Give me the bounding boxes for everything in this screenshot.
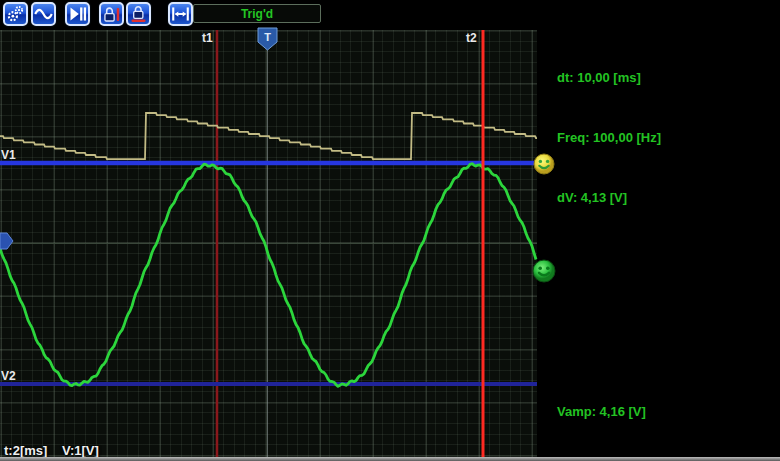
dv-readout: dV: 4,13 [V] xyxy=(557,188,661,208)
play-pause-icon xyxy=(67,4,88,24)
lock-voltage-cursor-button[interactable] xyxy=(126,2,151,26)
trigger-flag[interactable]: T xyxy=(258,28,277,50)
bottom-edge-strip xyxy=(0,457,780,461)
blue-flag-icon[interactable] xyxy=(0,233,13,249)
green-smiley-icon xyxy=(532,259,556,283)
trigger-status-box: Trig'd xyxy=(193,4,321,23)
trigger-flag-label: T xyxy=(264,31,271,43)
signal-generator-button[interactable] xyxy=(31,2,56,26)
scope-plot: T t1 t2 V1 V2 xyxy=(0,26,540,457)
cursor-measurements: dt: 10,00 [ms] Freq: 100,00 [Hz] dV: 4,1… xyxy=(557,28,661,228)
sawtooth-trace xyxy=(0,113,537,159)
volt-scale-readout: V:1[V] xyxy=(62,443,99,458)
cursor-v2-label: V2 xyxy=(1,369,16,383)
settings-button[interactable] xyxy=(3,2,28,26)
run-pause-button[interactable] xyxy=(65,2,90,26)
signal-measurements: Vamp: 4,16 [V] Vmax: 2,08 [V] Vmin: -2,0… xyxy=(557,369,669,461)
padlock-horizontal-cursor-icon xyxy=(128,4,149,24)
sine-wave-icon xyxy=(33,4,54,24)
trigger-status-label: Trig'd xyxy=(241,7,273,21)
time-scale-readout: t:2[ms] xyxy=(4,443,47,458)
vamp-readout: Vamp: 4,16 [V] xyxy=(557,403,669,420)
cursor-t1-label: t1 xyxy=(202,31,213,45)
lock-time-cursor-button[interactable] xyxy=(99,2,124,26)
freq-readout: Freq: 100,00 [Hz] xyxy=(557,128,661,148)
cursor-t2-label: t2 xyxy=(466,31,477,45)
padlock-vertical-cursor-icon xyxy=(101,4,122,24)
horizontal-arrows-icon xyxy=(170,4,191,24)
channel-position-handle[interactable] xyxy=(532,259,556,287)
yellow-smiley-icon xyxy=(533,153,555,175)
dt-readout: dt: 10,00 [ms] xyxy=(557,68,661,88)
v1-cursor-handle[interactable] xyxy=(533,153,555,179)
cursor-v1-label: V1 xyxy=(1,148,16,162)
gears-icon xyxy=(5,4,26,24)
fit-horizontal-button[interactable] xyxy=(168,2,193,26)
